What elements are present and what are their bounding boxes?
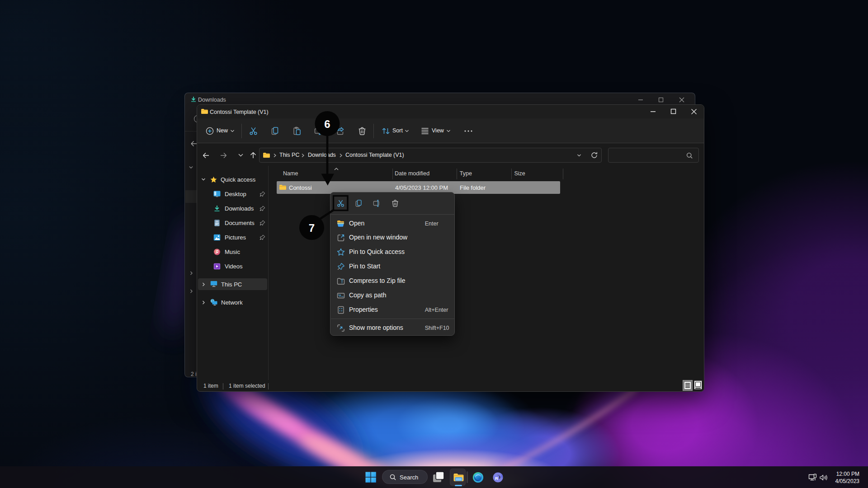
svg-text:R: R bbox=[495, 476, 498, 481]
